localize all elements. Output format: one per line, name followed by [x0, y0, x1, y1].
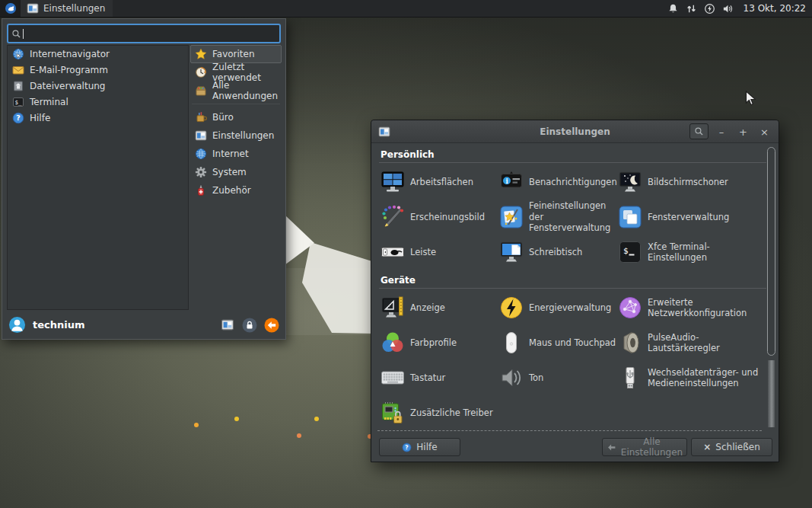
category-system[interactable]: System: [190, 163, 282, 181]
terminal-icon: $_: [12, 96, 24, 108]
category-favoriten[interactable]: Favoriten: [190, 45, 282, 63]
menu-app-label: Internetnavigator: [30, 49, 110, 59]
menu-app-hilfe[interactable]: ?Hilfe: [8, 110, 188, 126]
taskbar-item-label: Einstellungen: [43, 3, 105, 14]
settings-window: Einstellungen – + × PersönlichArbeitsflä…: [371, 120, 779, 462]
settings-item-label: Benachrichtigungen: [529, 177, 617, 187]
file-manager-icon: [12, 80, 24, 92]
close-button[interactable]: ×: [756, 123, 772, 139]
section-header-personlich: Persönlich: [379, 149, 766, 163]
settings-item-label: Arbeitsflächen: [410, 177, 473, 187]
search-input[interactable]: [27, 28, 276, 39]
scrollbar[interactable]: [767, 145, 775, 429]
top-panel: Einstellungen 13 Okt, 20:22: [0, 0, 812, 18]
help-button[interactable]: ? Hilfe: [379, 438, 460, 456]
favorites-app-list: InternetnavigatorE-Mail-ProgrammDateiver…: [7, 45, 189, 310]
all-settings-button[interactable]: [220, 318, 235, 331]
settings-item-xfce-terminal-einstellungen[interactable]: $Xfce Terminal-Einstellungen: [618, 235, 760, 270]
email-icon: [12, 64, 24, 76]
panel-icon: [381, 240, 405, 264]
help-button-label: Hilfe: [416, 442, 437, 452]
power-manager-icon: [499, 296, 524, 320]
favorites-star-icon: [195, 48, 207, 60]
power-tray-icon[interactable]: [704, 3, 715, 14]
settings-item-label: PulseAudio-Lautstärkeregler: [648, 332, 760, 354]
settings-item-benachrichtigungen[interactable]: iBenachrichtigungen: [499, 165, 618, 200]
category-buro[interactable]: Büro: [190, 108, 282, 126]
settings-item-erscheinungsbild[interactable]: Erscheinungsbild: [381, 200, 499, 235]
settings-tiles-icon: [195, 129, 207, 142]
settings-item-bildschirmschoner[interactable]: Bildschirmschoner: [618, 165, 760, 200]
titlebar-search-button[interactable]: [689, 123, 709, 139]
screensaver-icon: [618, 170, 642, 194]
desktop-icon: [499, 240, 524, 264]
logout-button[interactable]: [264, 318, 279, 333]
category-label: Büro: [212, 112, 234, 123]
notifications-tray-icon[interactable]: [667, 3, 679, 14]
settings-item-fensterverwaltung[interactable]: Fensterverwaltung: [618, 200, 760, 235]
settings-item-energieverwaltung[interactable]: Energieverwaltung: [499, 290, 618, 325]
wm-tweaks-icon: [499, 205, 524, 229]
settings-item-label: Wechseldatenträger- und Medieneinstellun…: [648, 367, 760, 389]
minimize-button[interactable]: –: [713, 123, 730, 139]
taskbar-item-einstellungen[interactable]: Einstellungen: [21, 0, 113, 17]
settings-item-schreibtisch[interactable]: Schreibtisch: [499, 235, 618, 270]
category-zubehor[interactable]: Zubehör: [190, 181, 282, 200]
settings-item-tastatur[interactable]: Tastatur: [381, 360, 499, 395]
scrollbar-thumb[interactable]: [767, 147, 775, 356]
close-dialog-button[interactable]: × Schließen: [691, 438, 772, 456]
clock[interactable]: 13 Okt, 20:22: [744, 3, 806, 14]
titlebar[interactable]: Einstellungen – + ×: [371, 120, 779, 143]
settings-item-label: Maus und Touchpad: [529, 337, 616, 348]
mouse-cursor: [745, 91, 756, 107]
search-box[interactable]: [7, 24, 281, 43]
settings-item-label: Fensterverwaltung: [648, 212, 729, 222]
scroll-indicator: [377, 430, 762, 431]
menu-app-terminal[interactable]: $_Terminal: [8, 94, 188, 110]
category-label: Internet: [212, 149, 249, 159]
category-alle-anwendungen[interactable]: Alle Anwendungen: [190, 81, 282, 100]
settings-item-label: Farbprofile: [410, 337, 457, 348]
text-caret: [23, 29, 24, 39]
menu-app-dateiverwaltung[interactable]: Dateiverwaltung: [8, 78, 188, 94]
settings-content: PersönlichArbeitsflächeniBenachrichtigun…: [371, 142, 779, 432]
scrollbar-trough[interactable]: [768, 360, 775, 427]
category-label: Zubehör: [212, 185, 251, 196]
settings-item-farbprofile[interactable]: Farbprofile: [381, 325, 499, 360]
whisker-menu-button[interactable]: [0, 0, 21, 17]
category-einstellungen[interactable]: Einstellungen: [190, 126, 282, 145]
svg-text:$_: $_: [15, 99, 23, 106]
category-zuletzt-verwendet[interactable]: Zuletzt verwendet: [190, 63, 282, 81]
category-internet[interactable]: Internet: [190, 145, 282, 163]
menu-app-internetnavigator[interactable]: Internetnavigator: [8, 46, 188, 62]
settings-item-anzeige[interactable]: Anzeige: [381, 290, 499, 325]
maximize-button[interactable]: +: [734, 123, 751, 139]
settings-item-maus-und-touchpad[interactable]: Maus und Touchpad: [499, 325, 618, 360]
menu-app-e-mail-programm[interactable]: E-Mail-Programm: [8, 62, 188, 78]
help-icon: ?: [12, 112, 24, 124]
settings-item-ton[interactable]: Ton: [499, 360, 618, 395]
window-footer: ? Hilfe Alle Einstellungen × Schließen: [371, 432, 779, 462]
window-icon: [378, 126, 390, 138]
volume-tray-icon[interactable]: [722, 3, 734, 14]
category-label: Alle Anwendungen: [212, 80, 278, 101]
network-tray-icon[interactable]: [686, 3, 697, 14]
category-separator: [192, 104, 280, 104]
settings-item-leiste[interactable]: Leiste: [381, 235, 499, 270]
settings-item-zusatzliche-treiber[interactable]: Zusätzliche Treiber: [381, 395, 499, 430]
settings-item-arbeitsflachen[interactable]: Arbeitsflächen: [381, 165, 499, 200]
search-icon: [11, 29, 21, 39]
settings-item-wechseldatentrager-und-medieneinstellungen[interactable]: Wechseldatenträger- und Medieneinstellun…: [618, 360, 760, 395]
category-label: Favoriten: [212, 49, 255, 59]
notifications-icon: i: [499, 170, 524, 194]
settings-item-erweiterte-netzwerkkonfiguration[interactable]: Erweiterte Netzwerkkonfiguration: [618, 290, 760, 325]
recently-used-clock-icon: [195, 66, 207, 78]
settings-item-label: Energieverwaltung: [529, 302, 611, 313]
settings-item-pulseaudio-lautstarkeregler[interactable]: PulseAudio-Lautstärkeregler: [618, 325, 760, 360]
lock-screen-button[interactable]: [242, 318, 257, 333]
all-settings-label: Alle Einstellungen: [621, 436, 683, 458]
color-profiles-icon: [381, 331, 405, 355]
settings-item-feineinstellungen-der-fensterverwaltung[interactable]: Feineinstellungen der Fensterverwaltung: [499, 200, 618, 235]
system-gear-icon: [195, 166, 207, 178]
menu-app-label: Dateiverwaltung: [30, 81, 105, 91]
